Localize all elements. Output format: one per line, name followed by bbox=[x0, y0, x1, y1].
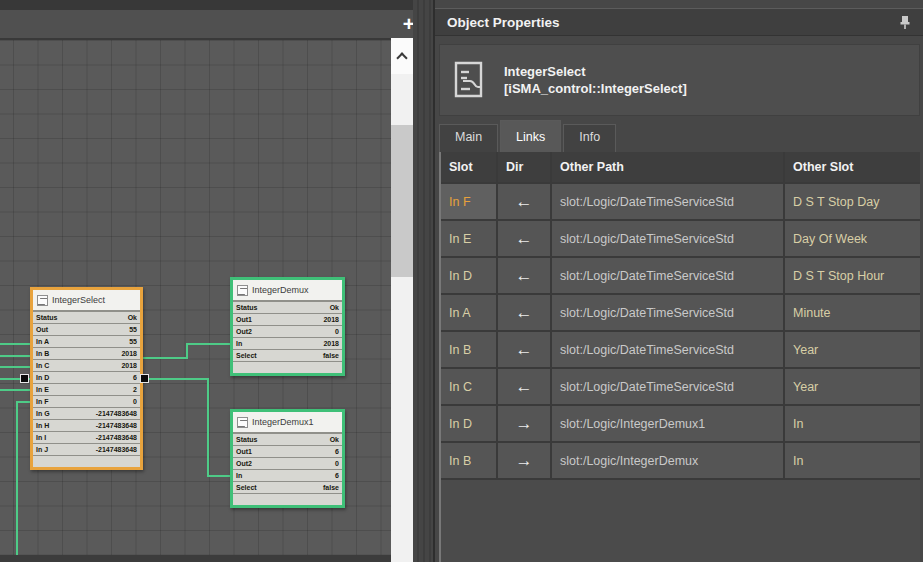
block-property-row[interactable]: In F0 bbox=[33, 396, 140, 407]
tab-info[interactable]: Info bbox=[563, 124, 616, 152]
link-other-slot-cell[interactable]: In bbox=[785, 443, 920, 478]
block-property-row[interactable]: In E2 bbox=[33, 384, 140, 395]
link-handle-left[interactable] bbox=[20, 374, 29, 383]
wire-to-integerdemux[interactable] bbox=[186, 343, 188, 359]
link-other-slot-cell[interactable]: Year bbox=[785, 369, 920, 404]
block-title: IntegerDemux bbox=[252, 285, 309, 295]
wire-in-c[interactable] bbox=[0, 366, 30, 368]
wire-in-b[interactable] bbox=[0, 355, 30, 357]
link-direction-arrow[interactable]: ← bbox=[498, 221, 550, 256]
link-handle-right[interactable] bbox=[140, 374, 149, 383]
block-property-row[interactable]: In I-2147483648 bbox=[33, 432, 140, 443]
property-label: In E bbox=[36, 386, 49, 393]
block-title: IntegerDemux1 bbox=[252, 417, 314, 427]
block-property-row[interactable]: StatusOk bbox=[233, 302, 342, 313]
link-other-slot-cell[interactable]: D S T Stop Hour bbox=[785, 258, 920, 293]
link-direction-arrow[interactable]: ← bbox=[498, 295, 550, 330]
push-pin-icon[interactable] bbox=[899, 15, 911, 30]
block-property-row[interactable]: In A55 bbox=[33, 336, 140, 347]
block-property-row[interactable]: In6 bbox=[233, 470, 342, 481]
link-slot-cell[interactable]: In B bbox=[441, 443, 496, 478]
link-other-path-cell[interactable]: slot:/Logic/IntegerDemux bbox=[552, 443, 783, 478]
block-property-row[interactable]: StatusOk bbox=[233, 434, 342, 445]
links-table-area: SlotDirOther PathOther SlotIn F←slot:/Lo… bbox=[439, 152, 920, 562]
block-integerselect[interactable]: IntegerSelect StatusOkOut55In A55In B201… bbox=[30, 287, 143, 470]
wire-to-integerdemux[interactable] bbox=[142, 357, 188, 359]
wire-sheet-canvas[interactable]: IntegerSelect StatusOkOut55In A55In B201… bbox=[0, 38, 391, 555]
block-property-row[interactable]: In D6 bbox=[33, 372, 140, 383]
block-property-row[interactable]: Out20 bbox=[233, 326, 342, 337]
link-other-path-cell[interactable]: slot:/Logic/DateTimeServiceStd bbox=[552, 221, 783, 256]
link-slot-cell[interactable]: In D bbox=[441, 258, 496, 293]
block-property-row[interactable]: Out12018 bbox=[233, 314, 342, 325]
property-value: 0 bbox=[335, 460, 339, 467]
block-footer bbox=[233, 362, 342, 373]
link-other-path-cell[interactable]: slot:/Logic/DateTimeServiceStd bbox=[552, 295, 783, 330]
panel-splitter[interactable] bbox=[413, 0, 433, 562]
link-direction-arrow[interactable]: → bbox=[498, 443, 550, 478]
links-col-header[interactable]: Other Path bbox=[552, 152, 783, 182]
links-col-header[interactable]: Slot bbox=[441, 152, 496, 182]
link-slot-cell[interactable]: In C bbox=[441, 369, 496, 404]
property-value: 6 bbox=[335, 472, 339, 479]
scrollbar-thumb[interactable] bbox=[391, 125, 413, 277]
wire-sheet-window: + IntegerSelect bbox=[0, 0, 923, 562]
link-direction-arrow[interactable]: → bbox=[498, 406, 550, 441]
wire-to-integerdemux[interactable] bbox=[186, 343, 230, 345]
link-other-path-cell[interactable]: slot:/Logic/DateTimeServiceStd bbox=[552, 332, 783, 367]
block-property-row[interactable]: Selectfalse bbox=[233, 350, 342, 361]
property-label: Out2 bbox=[236, 328, 252, 335]
property-value: 2018 bbox=[121, 350, 137, 357]
link-direction-arrow[interactable]: ← bbox=[498, 332, 550, 367]
link-other-path-cell[interactable]: slot:/Logic/DateTimeServiceStd bbox=[552, 184, 783, 219]
link-other-path-cell[interactable]: slot:/Logic/DateTimeServiceStd bbox=[552, 369, 783, 404]
link-direction-arrow[interactable]: ← bbox=[498, 258, 550, 293]
link-other-slot-cell[interactable]: D S T Stop Day bbox=[785, 184, 920, 219]
link-other-path-cell[interactable]: slot:/Logic/IntegerDemux1 bbox=[552, 406, 783, 441]
wire-to-integerdemux1[interactable] bbox=[207, 475, 230, 477]
property-label: In C bbox=[36, 362, 49, 369]
link-slot-cell[interactable]: In E bbox=[441, 221, 496, 256]
link-other-path-cell[interactable]: slot:/Logic/DateTimeServiceStd bbox=[552, 258, 783, 293]
block-property-row[interactable]: In G-2147483648 bbox=[33, 408, 140, 419]
block-property-row[interactable]: In H-2147483648 bbox=[33, 420, 140, 431]
links-col-header[interactable]: Other Slot bbox=[785, 152, 920, 182]
block-property-row[interactable]: In2018 bbox=[233, 338, 342, 349]
link-direction-arrow[interactable]: ← bbox=[498, 184, 550, 219]
tab-main[interactable]: Main bbox=[439, 124, 498, 152]
link-other-slot-cell[interactable]: Day Of Week bbox=[785, 221, 920, 256]
block-property-row[interactable]: In B2018 bbox=[33, 348, 140, 359]
block-property-row[interactable]: Out20 bbox=[233, 458, 342, 469]
links-col-header[interactable]: Dir bbox=[498, 152, 550, 182]
scroll-up-button[interactable] bbox=[391, 38, 413, 74]
wire-in-a[interactable] bbox=[0, 343, 30, 345]
property-label: In F bbox=[36, 398, 48, 405]
block-property-row[interactable]: StatusOk bbox=[33, 312, 140, 323]
block-property-row[interactable]: In J-2147483648 bbox=[33, 444, 140, 455]
wire-in-e[interactable] bbox=[0, 389, 30, 391]
block-property-row[interactable]: In C2018 bbox=[33, 360, 140, 371]
property-value: 0 bbox=[335, 328, 339, 335]
link-other-slot-cell[interactable]: Year bbox=[785, 332, 920, 367]
block-property-row[interactable]: Out16 bbox=[233, 446, 342, 457]
tab-links[interactable]: Links bbox=[500, 120, 561, 152]
link-slot-cell[interactable]: In F bbox=[441, 184, 496, 219]
link-other-slot-cell[interactable]: Minute bbox=[785, 295, 920, 330]
wire-in-f[interactable] bbox=[16, 401, 30, 403]
link-slot-cell[interactable]: In D bbox=[441, 406, 496, 441]
link-direction-arrow[interactable]: ← bbox=[498, 369, 550, 404]
wire-to-integerdemux1[interactable] bbox=[207, 378, 209, 477]
block-integerdemux1[interactable]: IntegerDemux1 StatusOkOut16Out20In6Selec… bbox=[230, 409, 345, 508]
mini-block-icon bbox=[37, 295, 48, 306]
block-property-row[interactable]: Selectfalse bbox=[233, 482, 342, 493]
block-property-row[interactable]: Out55 bbox=[33, 324, 140, 335]
link-slot-cell[interactable]: In A bbox=[441, 295, 496, 330]
block-footer bbox=[33, 456, 140, 467]
link-slot-cell[interactable]: In B bbox=[441, 332, 496, 367]
link-other-slot-cell[interactable]: In bbox=[785, 406, 920, 441]
block-integerdemux[interactable]: IntegerDemux StatusOkOut12018Out20In2018… bbox=[230, 277, 345, 376]
wire-in-f[interactable] bbox=[16, 401, 18, 557]
wire-to-integerdemux1[interactable] bbox=[149, 378, 209, 380]
vertical-scrollbar[interactable] bbox=[391, 38, 413, 562]
property-label: In H bbox=[36, 422, 49, 429]
